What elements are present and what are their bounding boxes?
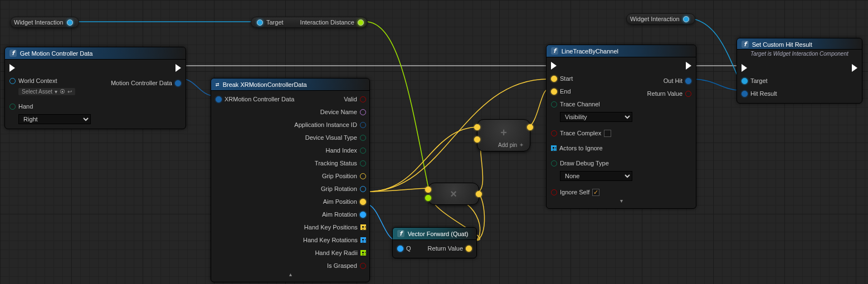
pin-hand-key-radii[interactable] bbox=[360, 250, 366, 256]
pin-add-out[interactable] bbox=[527, 124, 533, 130]
hand-select[interactable]: Right bbox=[18, 114, 91, 124]
break-icon: ⇄ bbox=[216, 81, 220, 88]
pin-mul-a[interactable] bbox=[425, 187, 431, 193]
node-title: Break XRMotionControllerData bbox=[223, 81, 307, 88]
node-subtitle: Target is Widget Interaction Component bbox=[737, 50, 862, 60]
pin-return-value[interactable] bbox=[466, 246, 472, 252]
node-break-xrmotioncontrollerdata[interactable]: ⇄ Break XRMotionControllerData XRMotion … bbox=[211, 78, 370, 282]
node-add[interactable]: + Add pin＋ bbox=[477, 119, 530, 151]
pin-in-struct[interactable] bbox=[216, 96, 222, 102]
node-title: Get Motion Controller Data bbox=[20, 50, 93, 57]
node-header[interactable]: f Get Motion Controller Data bbox=[5, 47, 186, 60]
pin-trace-channel[interactable] bbox=[551, 101, 557, 107]
exec-in-pin[interactable] bbox=[9, 64, 15, 72]
pin-draw-debug-type[interactable] bbox=[551, 160, 557, 167]
trace-complex-checkbox[interactable] bbox=[604, 130, 611, 137]
pin-q[interactable] bbox=[397, 246, 403, 252]
function-icon: f bbox=[9, 50, 17, 57]
pin-hand-key-rotations[interactable] bbox=[360, 237, 366, 243]
exec-in-pin[interactable] bbox=[551, 62, 557, 70]
pin-add-b[interactable] bbox=[474, 136, 480, 143]
node-line-trace-by-channel[interactable]: f LineTraceByChannel Start End Trace Cha… bbox=[546, 45, 696, 209]
chip-label-dist: Interaction Distance bbox=[300, 19, 354, 26]
var-widget-interaction-a[interactable]: Widget Interaction bbox=[10, 17, 79, 28]
node-header[interactable]: ⇄ Break XRMotionControllerData bbox=[211, 79, 369, 91]
output-pin[interactable] bbox=[67, 19, 73, 26]
pin-hit-result[interactable] bbox=[742, 91, 748, 97]
pin-mul-out[interactable] bbox=[476, 191, 482, 197]
pin-device-visual-type[interactable] bbox=[360, 135, 366, 141]
pin-motion-controller-data[interactable] bbox=[175, 80, 181, 86]
plus-icon: + bbox=[500, 126, 507, 139]
node-header[interactable]: f Set Custom Hit Result bbox=[737, 38, 862, 50]
asset-picker[interactable]: Select Asset▾⦿↩ bbox=[18, 88, 75, 95]
node-header[interactable]: f LineTraceByChannel bbox=[547, 45, 696, 57]
pin-tracking-status[interactable] bbox=[360, 160, 366, 167]
pin-start[interactable] bbox=[551, 76, 557, 82]
pin-ignore-self[interactable] bbox=[551, 189, 557, 195]
expand-toggle[interactable]: ▴ bbox=[211, 271, 369, 277]
ignore-self-checkbox[interactable]: ✓ bbox=[592, 189, 599, 196]
pin-grip-rotation[interactable] bbox=[360, 186, 366, 192]
exec-out-pin[interactable] bbox=[686, 62, 691, 70]
add-pin-button[interactable]: Add pin＋ bbox=[498, 141, 524, 149]
pin-actors-to-ignore[interactable] bbox=[551, 145, 557, 151]
pin-hand-key-positions[interactable] bbox=[360, 224, 366, 230]
pin-aim-rotation[interactable] bbox=[360, 212, 366, 218]
chip-label-target: Target bbox=[266, 19, 284, 26]
multiply-icon: × bbox=[450, 188, 457, 200]
pin-device-name[interactable] bbox=[360, 109, 366, 115]
pin-aim-position[interactable] bbox=[360, 199, 366, 205]
pin-valid[interactable] bbox=[360, 96, 366, 102]
draw-debug-select[interactable]: None bbox=[560, 171, 632, 181]
output-pin[interactable] bbox=[683, 16, 689, 22]
node-set-custom-hit-result[interactable]: f Set Custom Hit Result Target is Widget… bbox=[737, 38, 862, 104]
pin-app-id[interactable] bbox=[360, 122, 366, 128]
node-title: Vector Forward (Quat) bbox=[408, 231, 469, 237]
node-get-motion-controller-data[interactable]: f Get Motion Controller Data World Conte… bbox=[4, 47, 186, 129]
exec-in-pin[interactable] bbox=[742, 64, 747, 72]
pin-add-a[interactable] bbox=[474, 124, 480, 130]
pin-is-grasped[interactable] bbox=[360, 263, 366, 269]
exec-out-pin[interactable] bbox=[175, 64, 181, 72]
chip-label: Widget Interaction bbox=[14, 19, 64, 26]
node-header[interactable]: f Vector Forward (Quat) bbox=[393, 228, 476, 240]
expand-toggle[interactable]: ▾ bbox=[547, 197, 696, 204]
pin-mul-b[interactable] bbox=[425, 195, 431, 201]
node-vector-forward-quat[interactable]: f Vector Forward (Quat) Q Return Value bbox=[392, 227, 477, 258]
node-title: Set Custom Hit Result bbox=[752, 41, 812, 48]
var-widget-interaction-b[interactable]: Widget Interaction bbox=[626, 13, 695, 25]
trace-channel-select[interactable]: Visibility bbox=[560, 112, 632, 122]
pin-trace-complex[interactable] bbox=[551, 130, 557, 136]
pin-out-hit[interactable] bbox=[685, 78, 691, 84]
pin-hand[interactable] bbox=[9, 104, 16, 110]
input-pin-target[interactable] bbox=[257, 19, 263, 26]
function-icon: f bbox=[742, 41, 749, 48]
node-multiply[interactable]: × bbox=[428, 183, 479, 205]
exec-out-pin[interactable] bbox=[852, 64, 857, 72]
pin-target[interactable] bbox=[742, 78, 748, 84]
var-target-interaction-distance[interactable]: Target Interaction Distance bbox=[251, 17, 368, 28]
node-title: LineTraceByChannel bbox=[562, 48, 618, 55]
function-icon: f bbox=[397, 230, 404, 237]
pin-hand-index[interactable] bbox=[360, 148, 366, 154]
pin-grip-position[interactable] bbox=[360, 173, 366, 179]
pin-world-context[interactable] bbox=[9, 78, 16, 84]
pin-end[interactable] bbox=[551, 89, 557, 95]
function-icon: f bbox=[551, 47, 558, 55]
pin-return-value[interactable] bbox=[685, 91, 691, 97]
output-pin-distance[interactable] bbox=[358, 19, 364, 26]
chip-label: Widget Interaction bbox=[630, 16, 680, 22]
